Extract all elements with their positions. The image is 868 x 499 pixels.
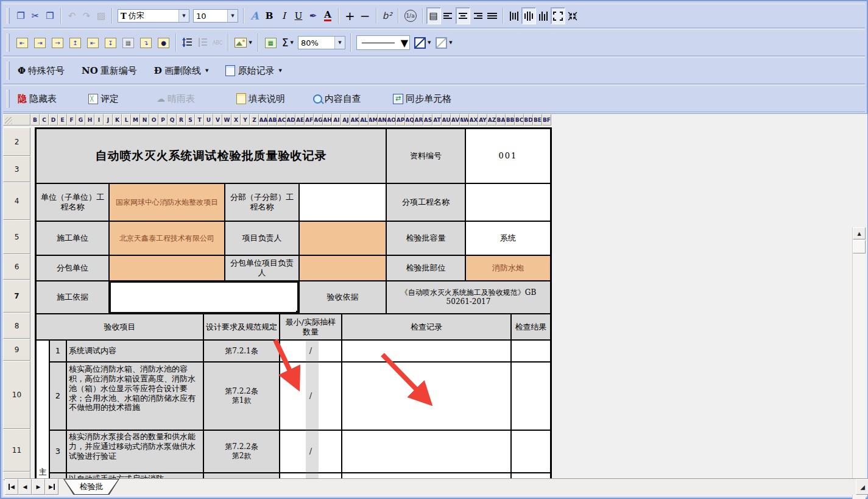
italic-button[interactable]: I (277, 7, 291, 24)
chevron-down-icon[interactable]: ▼ (428, 40, 431, 45)
column-header-cell[interactable]: E (58, 114, 67, 126)
hide-table-button[interactable]: 隐 隐藏表 (13, 91, 61, 107)
cell-item-3-text[interactable]: 核实消防水泵接合器的数量和供水能力，并应通过移动式消防水泵做供水试验进行验证 (66, 430, 203, 473)
cell-acceptance-basis-label[interactable]: 验收依据 (299, 281, 386, 314)
column-header-cell[interactable]: I (94, 114, 104, 126)
select-all-corner[interactable] (3, 114, 30, 126)
cell-acceptance-basis-value[interactable]: 《自动喷水灭火系统施工及验收规范》GB 50261-2017 (386, 281, 551, 314)
sheet-tab-active[interactable]: 检验批 (63, 479, 119, 495)
cell-construction-unit-label[interactable]: 施工单位 (36, 221, 109, 255)
weather-table-button[interactable]: ☁ 晴雨表 (152, 91, 199, 107)
chevron-down-icon[interactable]: ▼ (449, 40, 452, 45)
column-header-cell[interactable]: BD (524, 114, 533, 126)
chevron-down-icon[interactable]: ▼ (278, 68, 281, 73)
column-header-cell[interactable]: R (177, 114, 186, 126)
line-style-select[interactable]: ▼ (356, 35, 410, 50)
row-header-2[interactable]: 2 (3, 127, 30, 156)
cell-form-title[interactable]: 自动喷水灭火系统调试检验批质量验收记录 (36, 129, 386, 183)
cell-item-1-text[interactable]: 系统调试内容 (66, 340, 203, 362)
column-header-cell[interactable]: W (222, 114, 231, 126)
align-left-button[interactable] (441, 7, 456, 24)
insert-image-button[interactable]: ▼ (232, 34, 254, 51)
align-center-button[interactable] (456, 7, 470, 24)
cell-item-2-qty[interactable]: / (280, 362, 342, 430)
column-header-cell[interactable]: AJ (341, 114, 350, 126)
column-header-cell[interactable]: AU (442, 114, 451, 126)
cell-item-2-text[interactable]: 核实高位消防水箱、消防水池的容积，高位消防水箱设置高度、消防水池（箱）水位显示等… (66, 362, 203, 430)
vertical-text-left-button[interactable] (507, 7, 521, 24)
cell-item-2-record[interactable] (342, 362, 511, 430)
toolbar-grip[interactable] (7, 62, 10, 79)
cell-side-category-label[interactable]: 主 (36, 340, 49, 480)
column-header-cell[interactable]: T (195, 114, 204, 126)
delete-cells-button[interactable]: ↧ (102, 34, 119, 51)
column-header-cell[interactable]: BE (533, 114, 542, 126)
row-spacing-increase-button[interactable] (180, 34, 195, 51)
column-header-cell[interactable]: Z (250, 114, 259, 126)
insert-row-button[interactable]: ⇥ (31, 34, 49, 51)
cell-header-acceptance-items[interactable]: 验收项目 (36, 314, 203, 340)
row-header-3[interactable]: 3 (3, 156, 30, 182)
column-header-cell[interactable]: AP (396, 114, 405, 126)
cell-item-2-num[interactable]: 2 (49, 362, 66, 430)
column-header-cell[interactable]: AQ (405, 114, 414, 126)
column-header-cell[interactable]: G (76, 114, 85, 126)
column-header-cell[interactable]: AY (478, 114, 487, 126)
cell-batch-location-label[interactable]: 检验批部位 (386, 255, 465, 281)
column-header-cell[interactable]: Y (241, 114, 250, 126)
cell-item-3-record[interactable] (342, 430, 511, 473)
autofit-table-button[interactable]: ↴ (137, 34, 155, 51)
format-painter-button[interactable]: ▨ (94, 7, 108, 24)
underline-button[interactable]: U (291, 7, 306, 24)
column-header-cell[interactable]: AX (469, 114, 478, 126)
cell-item-1-num[interactable]: 1 (49, 340, 66, 362)
column-header-cell[interactable]: AL (359, 114, 369, 126)
column-header-cell[interactable]: AF (305, 114, 314, 126)
column-header-cell[interactable]: AA (259, 114, 268, 126)
row-header-7[interactable]: 7 (3, 280, 30, 313)
cell-construction-basis-label[interactable]: 施工依据 (36, 281, 109, 314)
row-header-4[interactable]: 4 (3, 182, 30, 220)
column-header-cell[interactable]: X (231, 114, 241, 126)
font-color-button[interactable]: A (320, 7, 335, 24)
cell-subcontractor-manager-label[interactable]: 分包单位项目负责人 (225, 255, 299, 281)
undo-button[interactable]: ↶ (65, 7, 79, 24)
cell-item-1-qty[interactable]: / (280, 340, 342, 362)
cell-item-3-spec[interactable]: 第7.2.2条第2款 (203, 430, 280, 473)
chevron-down-icon[interactable]: ▼ (178, 10, 189, 22)
column-header-cell[interactable]: O (149, 114, 158, 126)
chevron-down-icon[interactable]: ▼ (249, 40, 252, 45)
cut-button[interactable]: ✂ (28, 7, 43, 24)
prev-sheet-button[interactable]: ◀ (18, 479, 32, 495)
column-header-cell[interactable]: AS (423, 114, 432, 126)
increase-font-button[interactable]: + (342, 7, 358, 24)
column-header-cell[interactable]: AD (286, 114, 295, 126)
strikethrough-button[interactable]: Đ 画删除线 ▼ (150, 63, 213, 79)
column-header-cell[interactable]: AN (378, 114, 387, 126)
cell-subcontractor-manager-value[interactable] (299, 255, 386, 281)
tab-split-handle[interactable]: ◢ (856, 479, 868, 495)
row-header-11[interactable]: 11 (3, 429, 30, 472)
font-dialog-button[interactable]: A (247, 7, 262, 24)
cell-batch-capacity-value[interactable]: 系统 (465, 221, 551, 255)
last-sheet-button[interactable]: ▶ (45, 479, 58, 495)
cell-unit-project-value[interactable]: 国家网球中心消防水炮整改项目 (109, 183, 225, 221)
row-header-6[interactable]: 6 (3, 254, 30, 280)
cell-batch-capacity-label[interactable]: 检验批容量 (386, 221, 465, 255)
scroll-up-button[interactable]: ▲ (853, 227, 866, 239)
insert-column-button[interactable]: ⇤ (84, 34, 102, 51)
cell-subcontractor-label[interactable]: 分包单位 (36, 255, 109, 281)
column-header-cell[interactable]: AC (277, 114, 286, 126)
column-header-cell[interactable]: C (40, 114, 49, 126)
cell-subdivision-project-value[interactable] (299, 183, 386, 221)
cell-item-3-num[interactable]: 3 (49, 430, 66, 473)
special-symbol-button[interactable]: Φ 特殊符号 (13, 63, 69, 79)
column-header-cell[interactable]: L (122, 114, 131, 126)
align-right-button[interactable] (470, 7, 485, 24)
cell-doc-no-value[interactable]: 001 (465, 129, 551, 183)
toolbar-grip[interactable] (7, 8, 10, 24)
font-size-select[interactable]: 10 ▼ (193, 9, 238, 23)
superscript-button[interactable]: b² (380, 7, 395, 24)
sync-cells-button[interactable]: ⇄ 同步单元格 (389, 91, 456, 107)
cell-project-manager-label[interactable]: 项目负责人 (225, 221, 299, 255)
